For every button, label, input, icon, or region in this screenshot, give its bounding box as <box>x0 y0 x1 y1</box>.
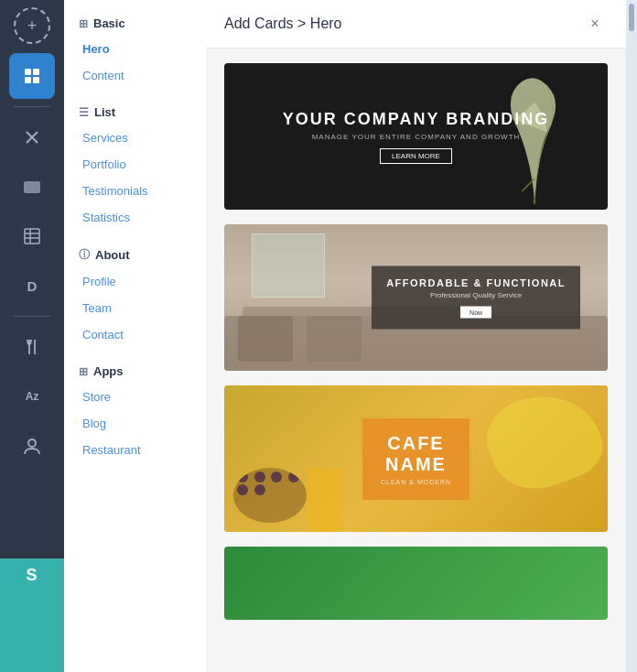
section-basic-header: ⊞ Basic <box>64 7 206 36</box>
section-list-label: List <box>94 105 115 119</box>
scroll-thumb[interactable] <box>629 4 634 31</box>
fork-knife-button[interactable] <box>9 324 55 370</box>
list-section-icon: ☰ <box>79 106 89 119</box>
card-2-heading: AFFORDABLE & FUNCTIONAL <box>386 277 566 288</box>
person-button[interactable] <box>9 423 55 469</box>
sidebar: ⊞ Basic Hero Content ☰ List Services Por… <box>64 0 206 672</box>
sidebar-divider-3 <box>64 348 206 355</box>
section-apps-label: Apps <box>93 364 124 378</box>
svg-rect-6 <box>24 181 40 193</box>
d-button[interactable]: D <box>9 263 55 309</box>
card-3-name: NAME <box>381 454 451 475</box>
card-2-overlay: AFFORDABLE & FUNCTIONAL Professional Qua… <box>372 266 580 330</box>
sidebar-item-services[interactable]: Services <box>64 125 206 151</box>
svg-point-15 <box>28 439 36 447</box>
glass-shape <box>307 468 343 532</box>
svg-rect-1 <box>33 69 39 75</box>
pages-button[interactable] <box>9 53 55 99</box>
sidebar-item-team[interactable]: Team <box>64 295 206 321</box>
section-about-header: ⓘ About <box>64 238 206 268</box>
sidebar-divider-2 <box>64 231 206 238</box>
card-preview-2[interactable]: AFFORDABLE & FUNCTIONAL Professional Qua… <box>224 224 608 371</box>
svg-rect-7 <box>24 184 31 186</box>
section-apps-header: ⊞ Apps <box>64 355 206 384</box>
card-preview-1[interactable]: YOUR COMPANY BRANDING MANAGE YOUR ENTIRE… <box>224 63 608 210</box>
sidebar-divider-1 <box>64 89 206 96</box>
basic-section-icon: ⊞ <box>79 17 88 30</box>
grapes-shape <box>233 468 307 523</box>
az-button[interactable]: Az <box>9 374 55 419</box>
sidebar-item-content[interactable]: Content <box>64 62 206 89</box>
section-list-header: ☰ List <box>64 96 206 125</box>
sidebar-item-restaurant[interactable]: Restaurant <box>64 437 206 463</box>
toolbar-divider-2 <box>14 316 50 317</box>
card-1-heading: YOUR COMPANY BRANDING <box>283 110 549 129</box>
apps-section-icon: ⊞ <box>79 365 88 378</box>
window <box>252 233 325 298</box>
main-header: Add Cards > Hero × <box>206 0 626 49</box>
card-1-button: LEARN MORE <box>380 148 452 164</box>
cushion-2 <box>307 316 362 362</box>
sidebar-item-contact[interactable]: Contact <box>64 321 206 348</box>
card-3-overlay: CAFE NAME CLEAN & MODERN <box>362 418 470 500</box>
main-content: Add Cards > Hero × YOUR COMPANY BRANDING… <box>206 0 626 672</box>
toolbar: + D <box>0 0 64 672</box>
card-2-subtitle: Professional Quality Service <box>386 291 566 299</box>
toolbar-divider-1 <box>14 106 50 107</box>
cards-grid: YOUR COMPANY BRANDING MANAGE YOUR ENTIRE… <box>206 49 626 672</box>
teal-label: S <box>26 566 38 585</box>
section-about-label: About <box>95 248 130 262</box>
add-button[interactable]: + <box>14 7 50 44</box>
cross-button[interactable] <box>9 114 55 160</box>
card-1-subtitle: MANAGE YOUR ENTIRE COMPANY AND GROWTH <box>283 133 549 141</box>
sidebar-item-blog[interactable]: Blog <box>64 410 206 437</box>
svg-line-17 <box>522 179 534 191</box>
sidebar-item-statistics[interactable]: Statistics <box>64 204 206 231</box>
table-button[interactable] <box>9 213 55 259</box>
sidebar-item-testimonials[interactable]: Testimonials <box>64 178 206 204</box>
sidebar-item-store[interactable]: Store <box>64 384 206 410</box>
close-button[interactable]: × <box>582 11 608 37</box>
banana-shape <box>477 385 608 503</box>
card-preview-3[interactable]: CAFE NAME CLEAN & MODERN <box>224 385 608 532</box>
sidebar-item-profile[interactable]: Profile <box>64 268 206 295</box>
sidebar-item-portfolio[interactable]: Portfolio <box>64 151 206 178</box>
card-1-content: YOUR COMPANY BRANDING MANAGE YOUR ENTIRE… <box>283 110 549 164</box>
panel-area: ⊞ Basic Hero Content ☰ List Services Por… <box>64 0 637 672</box>
svg-rect-3 <box>33 77 39 83</box>
card-2-button: Now <box>460 307 491 319</box>
sidebar-item-hero[interactable]: Hero <box>64 36 206 62</box>
svg-rect-8 <box>25 229 39 244</box>
folder-button[interactable] <box>9 164 55 210</box>
svg-rect-0 <box>25 69 31 75</box>
teal-accent: S <box>0 558 64 672</box>
svg-rect-2 <box>25 77 31 83</box>
card-preview-4[interactable] <box>224 547 608 620</box>
card-3-tagline: CLEAN & MODERN <box>381 479 451 485</box>
about-section-icon: ⓘ <box>79 247 90 263</box>
card-3-cafe: CAFE <box>381 433 451 454</box>
scroll-indicator <box>626 0 637 672</box>
section-basic-label: Basic <box>93 16 125 30</box>
cushion-1 <box>238 316 293 362</box>
main-header-title: Add Cards > Hero <box>224 16 342 32</box>
